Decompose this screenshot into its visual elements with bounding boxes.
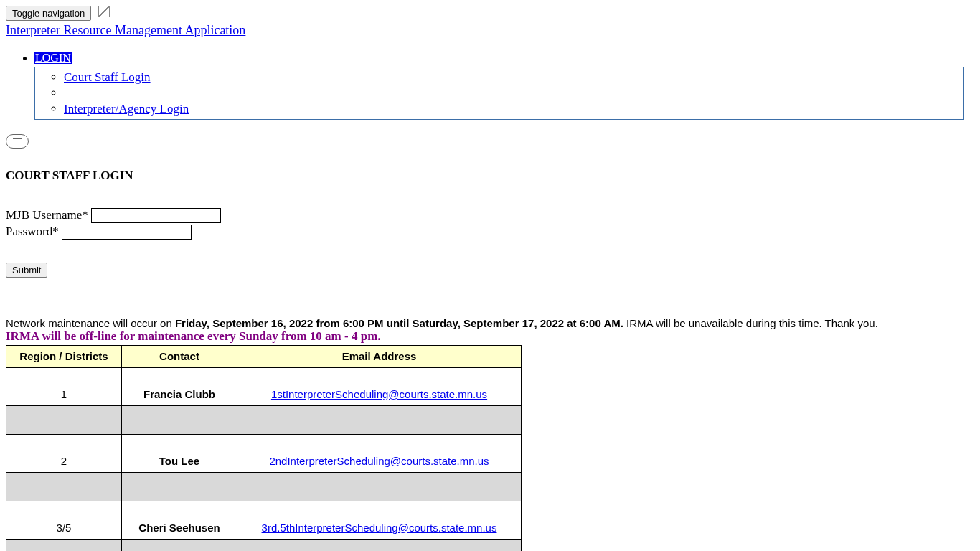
- app-title-link[interactable]: Interpreter Resource Management Applicat…: [6, 23, 974, 39]
- th-email: Email Address: [237, 345, 522, 367]
- page-title: COURT STAFF LOGIN: [6, 169, 974, 183]
- broken-image-icon: [98, 6, 110, 17]
- username-label: MJB Username*: [6, 208, 88, 222]
- nav-court-staff-login[interactable]: Court Staff Login: [64, 70, 151, 84]
- table-row: 1 Francia Clubb 1stInterpreterScheduling…: [6, 367, 522, 405]
- password-input[interactable]: [62, 225, 192, 240]
- table-spacer: [6, 472, 522, 501]
- email-link[interactable]: 1stInterpreterScheduling@courts.state.mn…: [271, 388, 487, 400]
- th-contact: Contact: [122, 345, 237, 367]
- weekly-maintenance-notice: IRMA will be off-line for maintenance ev…: [6, 329, 974, 344]
- login-submenu: Court Staff Login Interpreter/Agency Log…: [34, 67, 964, 120]
- email-link[interactable]: 3rd.5thInterpreterScheduling@courts.stat…: [262, 522, 497, 534]
- th-region: Region / Districts: [6, 345, 122, 367]
- password-label: Password*: [6, 225, 59, 238]
- table-spacer: [6, 405, 522, 434]
- toggle-navigation-button[interactable]: Toggle navigation: [6, 6, 91, 21]
- contacts-table: Region / Districts Contact Email Address…: [6, 345, 522, 551]
- username-input[interactable]: [91, 208, 221, 223]
- nav-login-link[interactable]: LOGIN: [34, 52, 72, 64]
- table-row: 3/5 Cheri Seehusen 3rd.5thInterpreterSch…: [6, 501, 522, 539]
- nav-interpreter-agency-login[interactable]: Interpreter/Agency Login: [64, 102, 189, 116]
- maintenance-notice: Network maintenance will occur on Friday…: [6, 317, 974, 329]
- table-row: 2 Tou Lee 2ndInterpreterScheduling@court…: [6, 434, 522, 472]
- nav-empty-item: [64, 85, 963, 101]
- submit-button[interactable]: Submit: [6, 263, 47, 278]
- menu-toggle-icon[interactable]: [6, 134, 29, 149]
- email-link[interactable]: 2ndInterpreterScheduling@courts.state.mn…: [269, 455, 489, 467]
- table-spacer: [6, 539, 522, 551]
